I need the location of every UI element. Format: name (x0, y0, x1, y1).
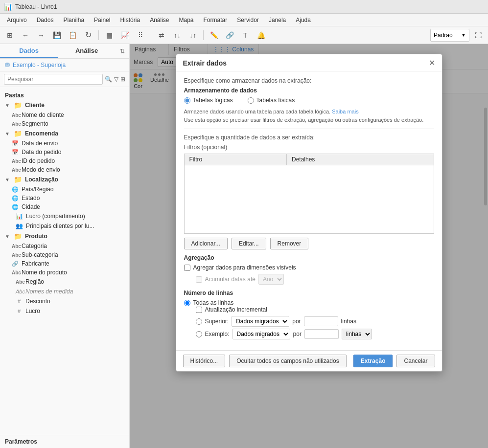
item-estado[interactable]: 🌐 Estado (0, 194, 129, 202)
bell-icon[interactable]: 🔔 (254, 28, 268, 42)
view-dropdown[interactable]: Padrão ▼ (430, 29, 469, 42)
radio-top-input[interactable] (196, 318, 202, 325)
refresh-icon[interactable]: ↻ (81, 28, 95, 42)
item-regiao[interactable]: Abc Região (0, 277, 129, 287)
item-id-pedido[interactable]: Abc ID do pedido (0, 157, 129, 165)
example-lines-input[interactable] (304, 329, 339, 339)
search-input[interactable] (4, 74, 103, 85)
item-categoria[interactable]: Abc Categoria (0, 242, 129, 250)
fullscreen-icon[interactable]: ⛶ (471, 28, 485, 42)
pastas-label: Pastas (0, 90, 129, 100)
item-label: Nomes de medida (25, 288, 73, 295)
example-migrated-select[interactable]: Dados migrados (232, 329, 290, 339)
remove-filter-button[interactable]: Remover (270, 238, 309, 249)
new-datasource-icon[interactable]: 📋 (66, 28, 79, 42)
extract-button[interactable]: Extração (353, 355, 393, 367)
radio-all-rows[interactable]: Todas as linhas (184, 299, 434, 306)
menu-formatar[interactable]: Formatar (199, 16, 232, 24)
globe-icon: 🌐 (12, 195, 19, 202)
item-fabricante[interactable]: 🔗 Fabricante (0, 259, 129, 268)
history-button[interactable]: Histórico... (183, 355, 226, 367)
menu-arquivo[interactable]: Arquivo (2, 16, 32, 24)
rows-radio-group: Todas as linhas (184, 299, 434, 306)
menu-janela[interactable]: Janela (264, 16, 291, 24)
item-label: Modo de envio (22, 166, 60, 173)
hide-unused-button[interactable]: Ocultar todos os campos não utilizados (229, 355, 346, 367)
source-name[interactable]: Exemplo - Superloja (13, 62, 66, 68)
search-icon[interactable]: 🔍 (105, 76, 112, 83)
item-data-pedido[interactable]: 📅 Data do pedido (0, 148, 129, 157)
radio-logical-input[interactable] (184, 97, 190, 104)
calendar-icon: 📅 (12, 149, 19, 156)
link-icon[interactable]: 🔗 (223, 28, 236, 42)
chart-scatter-icon[interactable]: ⠿ (134, 28, 147, 42)
item-segmento[interactable]: Abc Segmento (0, 119, 129, 128)
pen-icon[interactable]: ✏️ (207, 28, 221, 42)
tableau-logo-icon: 📊 (4, 3, 12, 11)
radio-logical-tables[interactable]: Tabelas lógicas (184, 97, 233, 104)
cylinder-icon: ⛃ (5, 62, 10, 68)
item-lucro[interactable]: # Lucro (0, 306, 129, 316)
folder-encomenda[interactable]: ▼ 📁 Encomenda (0, 128, 129, 139)
chart-bar-icon[interactable]: ▦ (102, 28, 116, 42)
radio-physical-tables[interactable]: Tabelas físicas (248, 97, 295, 104)
extract-data-modal: Extrair dados ✕ Especifique como armazen… (176, 54, 442, 372)
item-principais-clientes[interactable]: 👥 Principais clientes por lu... (0, 221, 129, 231)
sort-desc-icon[interactable]: ↓↑ (186, 28, 200, 42)
top-migrated-select[interactable]: Dados migrados (232, 316, 289, 327)
accumulate-select[interactable]: Ano (258, 274, 284, 285)
swap-icon[interactable]: ⇅ (116, 44, 129, 58)
aggregate-label: Agregar dados para dimensões visíveis (193, 264, 296, 271)
aggregate-checkbox[interactable] (184, 265, 190, 271)
accumulate-label: Acumular datas até (205, 276, 256, 283)
menu-painel[interactable]: Painel (89, 16, 115, 24)
item-sub-categoria[interactable]: Abc Sub-categoria (0, 250, 129, 259)
folder-produto[interactable]: ▼ 📁 Produto (0, 231, 129, 242)
top-lines-input[interactable] (304, 316, 338, 326)
split-icon[interactable]: ⇄ (155, 28, 168, 42)
menu-planilha[interactable]: Planilha (58, 16, 89, 24)
text-icon[interactable]: T (238, 28, 252, 42)
home-icon[interactable]: ⊞ (3, 28, 17, 42)
add-filter-button[interactable]: Adicionar... (184, 238, 228, 249)
radio-physical-input[interactable] (248, 97, 254, 104)
radio-example-input[interactable] (196, 331, 202, 337)
folder-localizacao[interactable]: ▼ 📁 Localização (0, 174, 129, 185)
menu-analise[interactable]: Análise (145, 16, 174, 24)
filter-icon[interactable]: ▽ (114, 76, 118, 83)
tab-dados[interactable]: Dados (0, 44, 58, 58)
item-lucro-compartimento[interactable]: 📊 Lucro (compartimento) (0, 211, 129, 221)
item-data-envio[interactable]: 📅 Data de envio (0, 139, 129, 148)
item-desconto[interactable]: # Desconto (0, 296, 129, 306)
example-lines-select[interactable]: linhas (342, 329, 372, 339)
modal-close-button[interactable]: ✕ (429, 59, 435, 67)
radio-all-rows-input[interactable] (184, 300, 190, 306)
tab-analise[interactable]: Análise (58, 44, 116, 58)
item-nome-cliente[interactable]: Abc Nome do cliente (0, 111, 129, 119)
accumulate-checkbox[interactable] (196, 276, 202, 283)
menu-servidor[interactable]: Servidor (232, 16, 264, 24)
chart-area-icon[interactable]: 📈 (118, 28, 132, 42)
folder-localizacao-label: Localização (25, 176, 58, 183)
item-pais-regiao[interactable]: 🌐 País/Região (0, 185, 129, 194)
menu-ajuda[interactable]: Ajuda (291, 16, 316, 24)
forward-icon[interactable]: → (34, 28, 48, 42)
sort-asc-icon[interactable]: ↑↓ (170, 28, 184, 42)
menu-mapa[interactable]: Mapa (174, 16, 198, 24)
folder-cliente[interactable]: ▼ 📁 Cliente (0, 100, 129, 111)
item-cidade[interactable]: 🌐 Cidade (0, 202, 129, 211)
grid-icon[interactable]: ⊞ (120, 76, 125, 83)
item-nomes-medida[interactable]: Abc Nomes de medida (0, 287, 129, 296)
cancel-button[interactable]: Cancelar (396, 355, 435, 367)
saiba-mais-link[interactable]: Saiba mais (332, 109, 358, 114)
edit-filter-button[interactable]: Editar... (232, 238, 266, 249)
back-icon[interactable]: ← (19, 28, 32, 42)
description-text: Armazene dados usando uma tabela para ca… (184, 108, 434, 124)
incremental-checkbox[interactable] (196, 307, 202, 313)
save-icon[interactable]: 💾 (50, 28, 64, 42)
item-nome-produto[interactable]: Abc Nome do produto (0, 268, 129, 277)
menu-dados[interactable]: Dados (32, 16, 59, 24)
workspace: Páginas Filtros ⋮⋮⋮ Colunas Marcas Auto … (130, 44, 488, 448)
item-modo-envio[interactable]: Abc Modo de envio (0, 165, 129, 174)
menu-historia[interactable]: História (115, 16, 145, 24)
